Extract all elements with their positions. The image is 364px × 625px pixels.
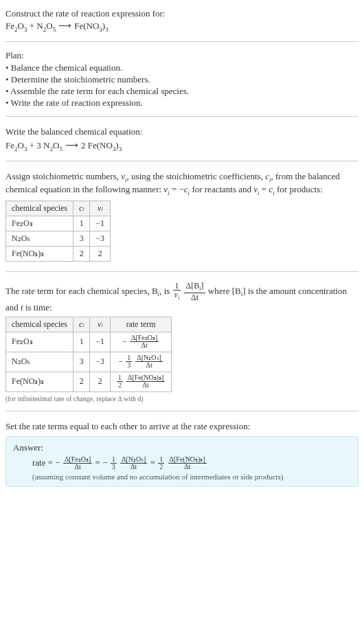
cell-rate-term: − 1 3 Δ[N₂O₅] Δt — [111, 352, 172, 372]
col-nui: νᵢ — [90, 201, 111, 216]
table-row: Fe₂O₃ 1 −1 − Δ[Fe₂O₃] Δt — [6, 332, 172, 352]
col-ci: cᵢ — [73, 317, 89, 332]
table-row: Fe₂O₃ 1 −1 — [6, 216, 111, 231]
answer-section: Set the rate terms equal to each other t… — [5, 414, 359, 494]
divider — [5, 116, 359, 117]
cell-nui: −3 — [90, 352, 111, 372]
balanced-heading: Write the balanced chemical equation: — [5, 126, 359, 138]
col-rate-term: rate term — [111, 317, 172, 332]
table-header-row: chemical species cᵢ νᵢ — [6, 201, 111, 216]
coef-frac: 1 3 — [110, 456, 117, 471]
species-fe2o3: Fe2O3 — [5, 21, 27, 31]
table-row: Fe(NO₃)₃ 2 2 — [6, 246, 111, 261]
answer-expression: rate = − Δ[Fe₂O₃] Δt = − 1 3 Δ[N₂O₅] Δt … — [13, 456, 351, 471]
plan-item: • Write the rate of reaction expression. — [5, 98, 359, 109]
coef-frac: 1 3 — [125, 354, 133, 370]
table-row: N₂O₅ 3 −3 — [6, 231, 111, 246]
rate-term-text: The rate term for each chemical species,… — [5, 282, 359, 314]
rate-frac: Δ[Fe(NO₃)₃] Δt — [168, 456, 207, 471]
answer-label: Answer: — [13, 442, 351, 453]
cell-species: N₂O₅ — [6, 231, 73, 246]
plan-item: • Balance the chemical equation. — [5, 62, 359, 73]
cell-ci: 3 — [73, 231, 89, 246]
cell-ci: 2 — [73, 372, 89, 391]
prompt-equation: Fe2O3 + N2O5⟶Fe(NO3)3 — [5, 21, 359, 33]
assign-text: Assign stoichiometric numbers, νi, using… — [5, 171, 359, 198]
cell-species: Fe₂O₃ — [6, 216, 73, 231]
cell-species: N₂O₅ — [6, 352, 73, 372]
cell-ci: 1 — [73, 216, 89, 231]
rate-frac: Δ[N₂O₅] Δt — [120, 456, 148, 471]
species-feno33: Fe(NO3)3 — [74, 21, 109, 31]
table-header-row: chemical species cᵢ νᵢ rate term — [6, 317, 172, 332]
table-row: N₂O₅ 3 −3 − 1 3 Δ[N₂O₅] Δt — [6, 352, 172, 372]
divider — [5, 411, 359, 411]
cell-nui: −1 — [90, 332, 111, 352]
cell-nui: 2 — [90, 372, 111, 391]
cell-nui: 2 — [90, 246, 111, 261]
assign-section: Assign stoichiometric numbers, νi, using… — [5, 164, 359, 269]
plan-item: • Assemble the rate term for each chemic… — [5, 86, 359, 97]
divider — [5, 271, 359, 272]
cell-ci: 2 — [73, 246, 89, 261]
cell-species: Fe₂O₃ — [6, 332, 73, 352]
plan-item: • Determine the stoichiometric numbers. — [5, 74, 359, 85]
cell-species: Fe(NO₃)₃ — [6, 246, 73, 261]
frac-dBi-dt: Δ[Bi] Δt — [183, 282, 205, 302]
rate-frac: Δ[Fe₂O₃] Δt — [62, 456, 93, 471]
col-ci: cᵢ — [73, 201, 89, 216]
col-species: chemical species — [6, 317, 73, 332]
col-nui: νᵢ — [90, 317, 111, 332]
frac-1-over-nu: 1 νi — [172, 282, 182, 302]
rate-term-section: The rate term for each chemical species,… — [5, 275, 359, 408]
plan-section: Plan: • Balance the chemical equation. •… — [5, 45, 359, 113]
cell-ci: 1 — [73, 332, 89, 352]
set-equal-text: Set the rate terms equal to each other t… — [5, 421, 359, 432]
answer-box: Answer: rate = − Δ[Fe₂O₃] Δt = − 1 3 Δ[N… — [5, 436, 359, 487]
cell-nui: −3 — [90, 231, 111, 246]
stoich-table-2: chemical species cᵢ νᵢ rate term Fe₂O₃ 1… — [5, 317, 172, 392]
balanced-equation: Fe2O3 + 3 N2O5⟶2 Fe(NO3)3 — [5, 140, 359, 152]
prompt-text: Construct the rate of reaction expressio… — [5, 8, 359, 19]
cell-rate-term: 1 2 Δ[Fe(NO₃)₃] Δt — [111, 372, 172, 391]
answer-assumption: (assuming constant volume and no accumul… — [13, 473, 351, 481]
reaction-arrow-icon: ⟶ — [56, 21, 74, 31]
prompt-section: Construct the rate of reaction expressio… — [5, 3, 359, 38]
species-n2o5: N2O5 — [36, 21, 56, 31]
divider — [5, 161, 359, 161]
cell-nui: −1 — [90, 216, 111, 231]
col-species: chemical species — [6, 201, 73, 216]
table-row: Fe(NO₃)₃ 2 2 1 2 Δ[Fe(NO₃)₃] Δt — [6, 372, 172, 391]
cell-ci: 3 — [73, 352, 89, 372]
coef-frac: 1 2 — [157, 456, 165, 471]
stoich-table-1: chemical species cᵢ νᵢ Fe₂O₃ 1 −1 N₂O₅ 3… — [5, 201, 111, 262]
footnote: (for infinitesimal rate of change, repla… — [5, 395, 359, 402]
balanced-section: Write the balanced chemical equation: Fe… — [5, 120, 359, 158]
cell-species: Fe(NO₃)₃ — [6, 372, 73, 391]
divider — [5, 41, 359, 42]
reaction-arrow-icon: ⟶ — [62, 140, 81, 150]
rate-frac: Δ[Fe(NO₃)₃] Δt — [126, 374, 166, 389]
rate-frac: Δ[N₂O₅] Δt — [135, 354, 163, 370]
cell-rate-term: − Δ[Fe₂O₃] Δt — [111, 332, 172, 352]
coef-frac: 1 2 — [116, 374, 124, 389]
rate-frac: Δ[Fe₂O₃] Δt — [129, 334, 159, 350]
plan-heading: Plan: — [5, 50, 359, 61]
